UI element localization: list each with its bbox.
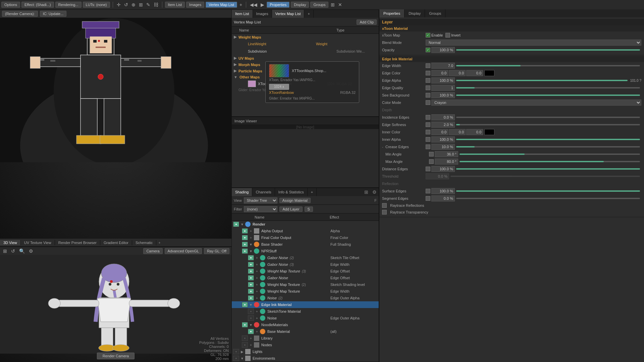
edge-ink-title[interactable]: Edge Ink Material xyxy=(379,56,644,62)
expand-wmt2[interactable]: + xyxy=(255,282,259,287)
edge-color-b[interactable]: 0.0 xyxy=(466,70,483,76)
enable-checkbox[interactable]: ✓ xyxy=(426,33,430,38)
max-angle-slider[interactable] xyxy=(460,161,640,162)
expand-noodle[interactable]: ▼ xyxy=(249,322,253,327)
edge-alpha-value[interactable]: 100.0 % xyxy=(431,77,455,83)
effect-btn[interactable]: Effect: (Shadi...) xyxy=(21,2,54,8)
shader-item-wmt[interactable]: ● + Weight Map Texture Edge Width xyxy=(232,288,379,295)
expand-nprstuff[interactable]: ▼ xyxy=(249,249,253,253)
see-bg-checkbox[interactable] xyxy=(426,93,430,98)
incidence-checkbox[interactable] xyxy=(426,115,430,120)
expand-edgeink[interactable]: ▼ xyxy=(249,302,253,307)
tab-images[interactable]: Images xyxy=(253,10,272,18)
image-canvas[interactable]: [No Image] xyxy=(232,125,379,129)
vis-sketchtone[interactable]: ● xyxy=(248,309,254,314)
expand-environments[interactable]: ▼ xyxy=(240,356,245,361)
ray-gl-btn[interactable]: Ray GL: Off xyxy=(204,248,229,254)
vis-nodes[interactable]: ● xyxy=(242,342,248,348)
s-btn[interactable]: S xyxy=(305,206,313,212)
vis-noise[interactable]: ● xyxy=(248,315,254,321)
ic-update-btn[interactable]: IC: Update... xyxy=(40,11,67,17)
advanced-opengl-btn[interactable]: Advanced OpenGL xyxy=(165,248,202,254)
tab-channels[interactable]: Channels xyxy=(252,188,275,196)
incidence-edges-value[interactable]: 0.0 % xyxy=(431,114,455,120)
min-angle-slider[interactable] xyxy=(460,154,640,155)
shader-item-noise[interactable]: ● + Noise Edge Outer Alpha xyxy=(232,315,379,321)
crease-checkbox[interactable] xyxy=(426,144,430,149)
vis-environments[interactable]: ● xyxy=(233,356,239,361)
raytrace-trans-checkbox[interactable] xyxy=(382,210,387,215)
rotate-vp-icon[interactable]: ↺ xyxy=(10,248,16,254)
shader-item-alpha[interactable]: ● + Alpha Output Alpha xyxy=(232,228,379,234)
max-angle-value[interactable]: 80.0 ° xyxy=(435,159,458,165)
min-angle-value[interactable]: 36.0 ° xyxy=(435,151,458,157)
settings-vp-icon[interactable]: ⚙ xyxy=(28,248,34,254)
max-angle-checkbox[interactable] xyxy=(429,159,434,164)
edge-quality-slider[interactable] xyxy=(456,87,640,88)
distance-edges-value[interactable]: 100.0 % xyxy=(431,166,455,172)
edge-color-swatch[interactable] xyxy=(484,70,494,76)
vis-wmt3[interactable]: ● xyxy=(248,268,254,274)
vis-lights[interactable]: ● xyxy=(233,349,239,354)
expand-nodes[interactable]: + xyxy=(249,343,253,347)
properties-btn[interactable]: Properties xyxy=(267,2,289,8)
raytrace-ref-checkbox[interactable] xyxy=(382,203,387,208)
vmap-item-subdivision[interactable]: Subdivision Subdivision We... xyxy=(232,48,379,55)
vertex-map-list-btn[interactable]: Vertex Map List xyxy=(206,2,237,8)
edge-softness-slider[interactable] xyxy=(456,124,640,125)
images-btn[interactable]: Images xyxy=(186,2,204,8)
inner-color-r[interactable]: 0.0 xyxy=(431,129,448,135)
expand-lights[interactable]: ▶ xyxy=(240,349,245,354)
tab-3d-view[interactable]: 3D View xyxy=(0,240,21,245)
shader-item-lights[interactable]: ● ▶ Lights xyxy=(232,348,379,355)
edge-alpha-slider[interactable] xyxy=(456,80,628,81)
vis-nprstuff[interactable]: ● xyxy=(242,248,248,254)
tab-render-preset[interactable]: Render Preset Browser xyxy=(55,240,100,245)
plus-tab-icon[interactable]: + xyxy=(238,2,243,7)
render-camera-label[interactable]: Render Camera xyxy=(97,353,135,359)
expand-finalcolor[interactable]: + xyxy=(249,235,253,240)
expand-gabor3[interactable]: + xyxy=(255,262,259,267)
shader-item-sketchtone[interactable]: ● + SketchTone Material xyxy=(232,308,379,315)
vis-noodle[interactable]: ● xyxy=(242,322,248,327)
distance-checkbox[interactable] xyxy=(426,167,430,171)
inner-color-swatch[interactable] xyxy=(484,129,494,135)
inner-color-g[interactable]: 0.0 xyxy=(449,129,466,135)
groups-btn[interactable]: Groups xyxy=(310,2,328,8)
edge-softness-value[interactable]: 2.0 % xyxy=(431,122,455,128)
item-list-btn[interactable]: Item List xyxy=(165,2,185,8)
tab-vertex-map[interactable]: Vertex Map List xyxy=(272,10,305,18)
shader-item-wmt2[interactable]: ● + Weight Map Texture (2) Sketch Shadin… xyxy=(232,281,379,288)
options-btn[interactable]: Options xyxy=(1,2,20,8)
expand-noise2[interactable]: + xyxy=(255,296,259,300)
edge-color-g[interactable]: 0.0 xyxy=(449,70,466,76)
luts-btn[interactable]: LUTs: (none) xyxy=(83,2,110,8)
expand-gabor2[interactable]: + xyxy=(255,255,259,260)
surface-checkbox[interactable] xyxy=(426,189,430,193)
crease-edges-value[interactable]: 10.0 % xyxy=(431,144,455,150)
see-bg-slider[interactable] xyxy=(456,95,640,96)
vis-render[interactable]: ● xyxy=(233,222,239,227)
vis-wmt[interactable]: ● xyxy=(248,289,254,294)
shader-item-gabor2[interactable]: ● + Gabor Noise (2) Sketch Tile Offset xyxy=(232,254,379,261)
tab-groups[interactable]: Groups xyxy=(425,9,445,17)
add-clip-btn[interactable]: Add Clip xyxy=(357,19,377,25)
incidence-slider[interactable] xyxy=(456,117,640,118)
shader-item-edgeink[interactable]: ● ▼ Edge Ink Material xyxy=(232,301,379,308)
invert-checkbox[interactable] xyxy=(445,33,450,38)
edge-softness-checkbox[interactable] xyxy=(426,122,430,127)
tab-properties[interactable]: Properties xyxy=(379,9,405,17)
expand-wmt[interactable]: + xyxy=(255,289,259,294)
color-mode-checkbox[interactable] xyxy=(426,100,430,105)
tab-add[interactable]: + xyxy=(156,240,162,245)
threshold-value[interactable]: 0.0 % xyxy=(426,173,449,179)
segment-slider[interactable] xyxy=(456,198,640,199)
vis-gabor2[interactable]: ● xyxy=(248,255,254,260)
tab-display[interactable]: Display xyxy=(405,9,425,17)
inner-alpha-slider[interactable] xyxy=(456,139,640,140)
expand-library[interactable]: + xyxy=(249,336,253,341)
inner-alpha-checkbox[interactable] xyxy=(426,137,430,142)
3d-scene-bottom[interactable]: All Vertices Polygons : Subdiv Channels:… xyxy=(0,255,231,362)
opacity-value[interactable]: 100.0 % xyxy=(431,47,455,53)
xtoon-section-title[interactable]: xToon Material xyxy=(379,25,644,32)
